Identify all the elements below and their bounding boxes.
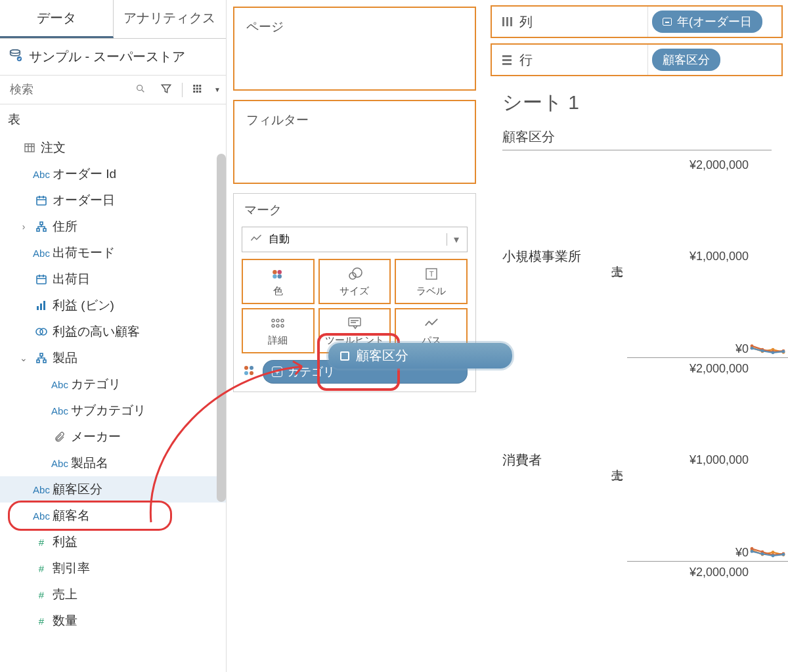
expand-icon: › xyxy=(17,221,30,232)
field-label: 出荷日 xyxy=(53,271,90,288)
fields-list: 注文Abcオーダー Idオーダー日›住所Abc出荷モード出荷日利益 (ビン)利益… xyxy=(0,135,226,672)
tab-analytics[interactable]: アナリティクス xyxy=(114,0,227,38)
field-製品[interactable]: ⌄製品 xyxy=(0,345,226,371)
type-icon: Abc xyxy=(30,248,53,259)
field-顧客区分[interactable]: Abc顧客区分 xyxy=(0,476,226,503)
line-chart-icon xyxy=(250,234,262,246)
datasource-row[interactable]: サンプル - スーパーストア xyxy=(0,39,226,75)
field-製品名[interactable]: Abc製品名 xyxy=(0,450,226,476)
svg-rect-3 xyxy=(193,85,195,87)
drag-pill[interactable]: 顧客区分 xyxy=(328,343,512,369)
field-利益[interactable]: #利益 xyxy=(0,529,226,555)
field-割引率[interactable]: #割引率 xyxy=(0,555,226,581)
type-icon: Abc xyxy=(49,379,71,390)
field-label: 製品名 xyxy=(71,455,108,472)
type-icon: Abc xyxy=(49,405,71,416)
sheet-title[interactable]: シート 1 xyxy=(502,89,788,116)
marks-size-label: サイズ xyxy=(339,285,369,298)
marks-detail-label: 詳細 xyxy=(268,334,288,347)
shelves: 列 年(オーダー日 行 顧客区分 xyxy=(483,0,788,76)
svg-point-2 xyxy=(137,85,142,90)
field-出荷モード[interactable]: Abc出荷モード xyxy=(0,240,226,266)
marks-color[interactable]: 色 xyxy=(242,259,315,304)
search-icon xyxy=(135,83,146,97)
marks-label-label: ラベル xyxy=(416,285,446,298)
scrollbar-thumb[interactable] xyxy=(217,154,226,502)
field-出荷日[interactable]: 出荷日 xyxy=(0,266,226,292)
field-住所[interactable]: ›住所 xyxy=(0,213,226,240)
svg-point-42 xyxy=(250,366,253,370)
tick-label: ¥1,000,000 xyxy=(690,249,749,263)
mark-type-dropdown[interactable]: 自動 ▾ xyxy=(242,227,468,252)
tick-label: ¥0 xyxy=(735,546,749,560)
field-label: 利益 (ビン) xyxy=(53,297,114,314)
marks-label[interactable]: T ラベル xyxy=(395,259,468,304)
filters-title: フィルター xyxy=(242,109,467,135)
pill-customer-segment[interactable]: 顧客区分 xyxy=(652,49,720,71)
drag-pill-label: 顧客区分 xyxy=(356,347,408,365)
size-icon xyxy=(347,265,362,282)
svg-point-44 xyxy=(250,371,253,375)
field-サブカテゴリ[interactable]: Abcサブカテゴリ xyxy=(0,397,226,424)
field-label: 利益の高い顧客 xyxy=(53,323,140,340)
path-icon xyxy=(424,315,439,332)
datasource-name: サンプル - スーパーストア xyxy=(29,48,185,66)
svg-point-73 xyxy=(772,554,775,558)
rows-shelf[interactable]: 行 顧客区分 xyxy=(491,43,783,76)
field-label: 注文 xyxy=(41,139,66,156)
marks-size[interactable]: サイズ xyxy=(318,259,391,304)
pill-year-order-date[interactable]: 年(オーダー日 xyxy=(652,11,762,33)
mark-type-label: 自動 xyxy=(269,233,290,246)
type-icon xyxy=(30,221,53,233)
field-メーカー[interactable]: メーカー xyxy=(0,424,226,450)
svg-point-38 xyxy=(276,325,279,327)
view-list-icon[interactable] xyxy=(188,80,208,100)
svg-rect-15 xyxy=(37,229,39,231)
axis-label: 売上 xyxy=(607,154,627,358)
search-input[interactable] xyxy=(10,83,135,97)
svg-rect-45 xyxy=(502,17,504,26)
field-オーダー Id[interactable]: Abcオーダー Id xyxy=(0,161,226,187)
cards-column: ページ フィルター マーク 自動 ▾ 色 xyxy=(227,0,483,672)
columns-shelf[interactable]: 列 年(オーダー日 xyxy=(491,5,783,38)
svg-point-36 xyxy=(281,319,284,322)
pages-title: ページ xyxy=(242,16,467,42)
svg-rect-16 xyxy=(43,229,46,231)
field-カテゴリ[interactable]: Abcカテゴリ xyxy=(0,371,226,397)
pages-shelf[interactable]: ページ xyxy=(233,7,476,91)
color-legend-icon xyxy=(242,363,263,380)
field-注文[interactable]: 注文 xyxy=(0,135,226,161)
svg-point-39 xyxy=(281,325,284,327)
field-オーダー日[interactable]: オーダー日 xyxy=(0,187,226,213)
chevron-down-icon[interactable]: ▼ xyxy=(213,86,221,93)
svg-point-74 xyxy=(782,553,785,556)
svg-point-59 xyxy=(751,347,754,350)
svg-rect-4 xyxy=(196,85,198,87)
rows-icon xyxy=(501,54,513,66)
color-icon xyxy=(271,265,285,282)
tick-label: ¥1,000,000 xyxy=(690,453,749,466)
svg-rect-7 xyxy=(196,87,198,89)
field-利益 (ビン)[interactable]: 利益 (ビン) xyxy=(0,292,226,319)
marks-detail[interactable]: 詳細 xyxy=(242,308,315,353)
expand-icon: + xyxy=(272,367,282,377)
svg-rect-20 xyxy=(43,301,45,310)
field-売上[interactable]: #売上 xyxy=(0,581,226,608)
search-box[interactable] xyxy=(5,78,150,101)
tooltip-icon xyxy=(347,315,362,332)
tab-data[interactable]: データ xyxy=(0,0,114,38)
svg-rect-6 xyxy=(193,87,195,89)
svg-rect-24 xyxy=(37,360,39,363)
field-顧客名[interactable]: Abc顧客名 xyxy=(0,503,226,529)
viz-area: シート 1 顧客区分 小規模事業所売上¥2,000,000¥1,000,000¥… xyxy=(483,76,788,672)
type-icon xyxy=(30,273,53,285)
field-数量[interactable]: #数量 xyxy=(0,608,226,634)
filters-shelf[interactable]: フィルター xyxy=(233,100,476,184)
filter-icon[interactable] xyxy=(156,79,177,101)
field-利益の高い顧客[interactable]: 利益の高い顧客 xyxy=(0,319,226,345)
svg-point-41 xyxy=(244,366,248,370)
field-label: 製品 xyxy=(53,349,77,367)
axis-area: ¥2,000,000¥1,000,000¥0 xyxy=(627,154,788,358)
detail-icon xyxy=(271,315,285,332)
svg-rect-10 xyxy=(196,91,198,93)
